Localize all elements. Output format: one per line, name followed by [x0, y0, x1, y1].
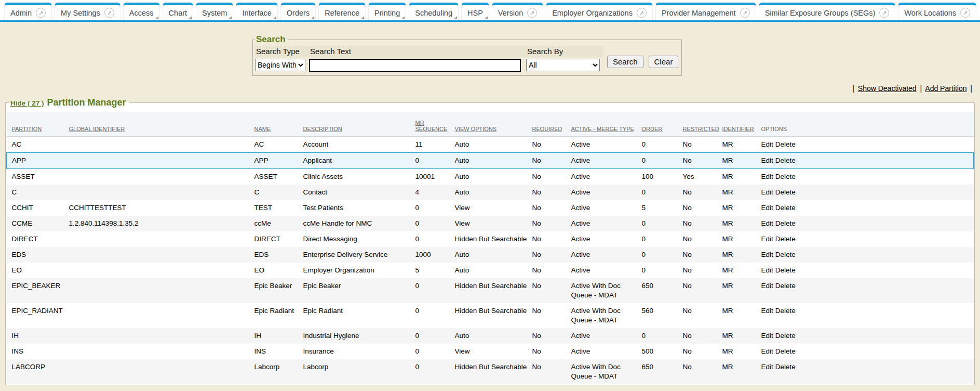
cell-merge_type: Active: [566, 136, 637, 152]
edit-link[interactable]: Edit: [761, 266, 773, 274]
table-row-epic-beaker[interactable]: EPIC_BEAKEREpic BeakerEpic Beaker0Hidden…: [7, 278, 974, 303]
cell-order: 0: [637, 136, 678, 152]
delete-link[interactable]: Delete: [775, 251, 796, 258]
column-header-restricted[interactable]: RESTRICTED: [678, 112, 717, 136]
delete-link[interactable]: Delete: [775, 235, 796, 243]
edit-link[interactable]: Edit: [761, 235, 773, 243]
open-new-window-icon[interactable]: ↗: [879, 8, 889, 18]
delete-link[interactable]: Delete: [775, 363, 796, 371]
column-header-description[interactable]: DESCRIPTION: [298, 112, 410, 136]
table-row-ih[interactable]: IHIHIndustrial Hygiene0AutoNoActive0NoMR…: [7, 328, 974, 344]
table-row-app[interactable]: APPAPPApplicant0AutoNoActive0NoMREditDel…: [7, 152, 974, 168]
column-header-order[interactable]: ORDER: [637, 112, 678, 136]
delete-link[interactable]: Delete: [775, 282, 796, 290]
tab-chart[interactable]: Chart: [163, 3, 193, 20]
tab-interface[interactable]: Interface: [236, 3, 277, 20]
tab-access[interactable]: Access: [123, 3, 160, 20]
cell-description: ccMe Handle for NMC: [298, 216, 410, 231]
tab-hsp[interactable]: HSP: [461, 3, 489, 20]
table-row-eo[interactable]: EOEOEmployer Organization5AutoNoActive0N…: [7, 263, 974, 278]
column-header-mr_sequence[interactable]: MR SEQUENCE: [410, 112, 450, 136]
column-header-name[interactable]: NAME: [249, 112, 298, 136]
edit-link[interactable]: Edit: [761, 282, 773, 290]
tab-provider-management[interactable]: Provider Management↗: [655, 3, 756, 20]
column-header-view_options[interactable]: VIEW OPTIONS: [450, 112, 527, 136]
table-row-asset[interactable]: ASSETASSETClinic Assets10001AutoNoActive…: [7, 168, 974, 185]
cell-identifier: MR: [717, 278, 756, 303]
cell-merge_type: Active With Doc Queue - MDAT: [566, 359, 637, 384]
edit-link[interactable]: Edit: [761, 307, 773, 315]
cell-options: EditDelete: [756, 303, 974, 328]
tab-similar-exposure-groups-segs[interactable]: Similar Exposure Groups (SEGs)↗: [759, 3, 896, 20]
open-new-window-icon[interactable]: ↗: [36, 8, 46, 18]
table-row-epic-radiant[interactable]: EPIC_RADIANTEpic RadiantEpic Radiant0Hid…: [7, 303, 974, 328]
cell-mr_sequence: 0: [410, 200, 450, 216]
column-header-identifier[interactable]: IDENTIFIER: [717, 112, 756, 136]
edit-link[interactable]: Edit: [761, 173, 773, 180]
edit-link[interactable]: Edit: [761, 251, 773, 258]
table-row-ac[interactable]: ACACAccount11AutoNoActive0NoMREditDelete: [7, 136, 974, 152]
cell-partition: ASSET: [7, 168, 64, 185]
tab-version[interactable]: Version↗: [492, 3, 543, 20]
delete-link[interactable]: Delete: [775, 140, 796, 148]
partition-table: PARTITIONGLOBAL IDENTIFIERNAMEDESCRIPTIO…: [6, 112, 974, 384]
clear-button[interactable]: Clear: [649, 56, 679, 68]
delete-link[interactable]: Delete: [775, 266, 796, 274]
delete-link[interactable]: Delete: [775, 219, 796, 227]
hide-link[interactable]: Hide ( 27 ): [10, 99, 44, 107]
cell-order: 0: [637, 231, 678, 247]
column-header-partition[interactable]: PARTITION: [7, 112, 64, 136]
search-type-label: Search Type: [255, 46, 309, 57]
cell-global_identifier: [64, 328, 249, 344]
edit-link[interactable]: Edit: [761, 204, 773, 212]
open-new-window-icon[interactable]: ↗: [960, 8, 970, 18]
search-by-select[interactable]: All: [526, 59, 600, 71]
delete-link[interactable]: Delete: [775, 188, 796, 196]
tab-orders[interactable]: Orders: [280, 3, 316, 20]
add-partition-link[interactable]: Add Partition: [925, 84, 966, 93]
delete-link[interactable]: Delete: [775, 347, 796, 355]
open-new-window-icon[interactable]: ↗: [740, 8, 750, 18]
tab-admin[interactable]: Admin↗: [4, 3, 52, 20]
tab-my-settings[interactable]: My Settings↗: [55, 3, 120, 20]
cell-restricted: No: [678, 216, 717, 231]
delete-link[interactable]: Delete: [775, 204, 796, 212]
table-row-direct[interactable]: DIRECTDIRECTDirect Messaging0Hidden But …: [7, 231, 974, 247]
table-row-labcorp[interactable]: LABCORPLabcorpLabcorp0Hidden But Searcha…: [7, 359, 974, 384]
delete-link[interactable]: Delete: [775, 173, 796, 180]
table-row-ccme[interactable]: CCME1.2.840.114398.1.35.2ccMeccMe Handle…: [7, 216, 974, 231]
table-row-eds[interactable]: EDSEDSEnterprise Delivery Service1000Aut…: [7, 247, 974, 263]
table-row-c[interactable]: CCContact4AutoNoActive0NoMREditDelete: [7, 185, 974, 200]
tab-system[interactable]: System: [196, 3, 233, 20]
edit-link[interactable]: Edit: [761, 140, 773, 148]
column-header-global_identifier[interactable]: GLOBAL IDENTIFIER: [64, 112, 249, 136]
search-button[interactable]: Search: [607, 56, 643, 68]
delete-link[interactable]: Delete: [775, 157, 796, 164]
edit-link[interactable]: Edit: [761, 363, 773, 371]
open-new-window-icon[interactable]: ↗: [527, 8, 537, 18]
tab-employer-organizations[interactable]: Employer Organizations↗: [546, 3, 653, 20]
edit-link[interactable]: Edit: [761, 347, 773, 355]
cell-options: EditDelete: [756, 216, 974, 231]
search-text-input[interactable]: [309, 59, 521, 72]
show-deactivated-link[interactable]: Show Deactivated: [858, 84, 917, 93]
delete-link[interactable]: Delete: [775, 307, 796, 315]
delete-link[interactable]: Delete: [775, 332, 796, 340]
edit-link[interactable]: Edit: [761, 188, 773, 196]
table-row-ins[interactable]: INSINSInsurance0ViewNoActive500NoMREditD…: [7, 344, 974, 359]
search-type-select[interactable]: Begins With: [255, 59, 305, 71]
open-new-window-icon[interactable]: ↗: [104, 8, 114, 18]
edit-link[interactable]: Edit: [761, 157, 773, 164]
tab-work-locations[interactable]: Work Locations↗: [898, 3, 976, 20]
cell-mr_sequence: 0: [410, 231, 450, 247]
tab-reference[interactable]: Reference: [318, 3, 366, 20]
open-new-window-icon[interactable]: ↗: [637, 8, 647, 18]
column-header-merge_type[interactable]: ACTIVE - MERGE TYPE: [566, 112, 637, 136]
edit-link[interactable]: Edit: [761, 332, 773, 340]
cell-order: 0: [637, 185, 678, 200]
table-row-cchit[interactable]: CCHITCCHITTESTTESTTESTTest Patients0View…: [7, 200, 974, 216]
edit-link[interactable]: Edit: [761, 219, 773, 227]
tab-scheduling[interactable]: Scheduling: [409, 3, 459, 20]
column-header-required[interactable]: REQUIRED: [527, 112, 566, 136]
tab-printing[interactable]: Printing: [368, 3, 406, 20]
